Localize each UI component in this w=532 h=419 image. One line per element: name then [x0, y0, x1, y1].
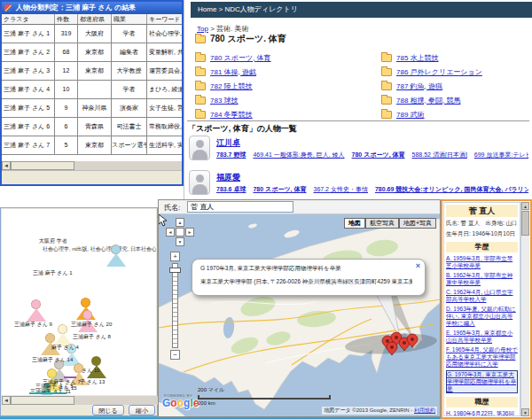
history-item-G[interactable]: G. 1970年3月, 東京工業大学理学部応用物理学科を卒業: [446, 370, 518, 393]
map-type-button[interactable]: 航空写真: [365, 218, 399, 229]
folder-icon: [195, 68, 206, 76]
table-cell: 三浦 麻子 さん 1: [2, 25, 55, 43]
info-line2: 東京工業大学理学部 (日本, 〒226-0026 神奈川県横浜市緑区長津田町42…: [200, 278, 412, 286]
map-type-button[interactable]: 地図+写真: [399, 218, 436, 229]
column-header: 職業: [112, 14, 147, 24]
zoom-in-button[interactable]: +: [170, 252, 180, 261]
category-link[interactable]: 780 スポーツ, 体育: [210, 53, 271, 63]
table-cell: 10: [55, 81, 78, 98]
person-icon-head: [196, 140, 204, 148]
separator: [187, 120, 529, 121]
history-item-C[interactable]: C. 1962年4月, 山口県立宇部高等学校入学: [446, 289, 518, 303]
category-item: 782 陸上競技: [195, 79, 372, 93]
teal-underline: [29, 392, 66, 394]
ndc-tag-link[interactable]: 783.6 卓球: [216, 186, 246, 192]
map-canvas[interactable]: ▲ ◄ ► ▼ + − 地図航空写真地図+写真 G 1970年3月, 東京工業大…: [159, 214, 440, 416]
shrink-button[interactable]: 縮小: [129, 405, 155, 415]
history-item-F[interactable]: F. 1965年4月, 父親の母校でもある東京工業大学理学部応用物理学科に入学: [446, 346, 518, 368]
close-button[interactable]: 閉じる: [92, 405, 124, 415]
category-link[interactable]: 786 戸外レクリエーション: [396, 67, 482, 77]
table-row[interactable]: 三浦 麻子 さん 312東京都大学教授運営委員会, 理事一覧, 和: [2, 62, 182, 81]
pan-center-button[interactable]: [176, 228, 184, 237]
profile-scrollbar[interactable]: ▲ ▼: [520, 202, 529, 416]
zoom-slider-thumb[interactable]: [169, 268, 181, 273]
history-item-D[interactable]: D. 1963年夏, 父親の転勤に伴い, 東京都立小山台高等学校に編入: [446, 306, 518, 327]
table-horizontal-scrollbar[interactable]: ◄: [2, 161, 182, 170]
table-row[interactable]: 三浦 麻子 さん 59神奈川県演奏家女子生徒, 営利活動法人: [2, 99, 182, 118]
window-title: 人物分類判定：三浦 麻子 さん の結果: [2, 2, 182, 14]
table-cell: 神奈川県: [78, 99, 112, 117]
ndc-tag-link[interactable]: 588.52 清酒[日本酒]: [412, 151, 467, 158]
category-link[interactable]: 783 球技: [210, 96, 239, 105]
ndc-tag-link[interactable]: 780.69 競技大会:オリンピック, 国民体育大会, パラリンピック: [375, 186, 528, 192]
folder-icon: [195, 82, 206, 90]
category-link[interactable]: 788 相撲, 拳闘, 競馬: [396, 96, 460, 105]
scrollbar-thumb[interactable]: [521, 211, 529, 236]
table-row[interactable]: 三浦 麻子 さん 410学者まひろ, 綾瀬のぞみ, 表紙下: [2, 81, 182, 99]
name-input[interactable]: [187, 201, 293, 213]
zoom-slider-track[interactable]: [172, 263, 178, 348]
table-cell: 変量解析, 共分散構造分析: [147, 43, 184, 61]
table-cell: 運営委員会, 理事一覧, 和: [147, 62, 184, 80]
category-link[interactable]: 789 武術: [396, 110, 425, 120]
pan-down-button[interactable]: ▼: [176, 237, 184, 246]
category-heading: 780 スポーツ. 体育: [195, 33, 286, 45]
table-cell: 12: [55, 62, 78, 80]
ndc-tag-link[interactable]: 367.2 女性史・事情: [313, 186, 367, 192]
avatar-canvas[interactable]: 大阪府 学者 社会心理学, nt出版, 社会心理学研究, 日本社会心理学会, 川…: [2, 209, 156, 395]
scrollbar-thumb[interactable]: [11, 396, 74, 405]
table-cell: 6: [55, 118, 78, 136]
person-name-link[interactable]: 福原愛: [216, 172, 240, 183]
dialog-horizontal-scrollbar[interactable]: ◄: [2, 396, 158, 405]
avatar-annotation-line2: 社会心理学, nt出版, 社会心理学研究, 日本社会心理学会, 川浦: [43, 245, 156, 253]
person-icon: [189, 136, 210, 160]
table-row[interactable]: 三浦 麻子 さん 268東京都編集者変量解析, 共分散構造分析: [2, 43, 182, 62]
scroll-left-icon[interactable]: ◄: [2, 396, 11, 405]
zoom-out-button[interactable]: −: [170, 350, 180, 360]
category-link[interactable]: 785 水上競技: [396, 53, 439, 63]
history-item-H[interactable]: H. 1980年6月22日, 第36回衆議院議員総選挙で初当選: [446, 410, 518, 416]
table-row[interactable]: 三浦 麻子 さん 66青森県司法書士常務取締役, 株式会社アー: [2, 118, 182, 136]
history-item-E[interactable]: E. 1965年3月, 東京都立小山台高等学校卒業: [446, 330, 518, 344]
folder-icon: [381, 97, 392, 105]
category-item: 789 武術: [381, 107, 532, 121]
folder-icon: [195, 35, 206, 43]
pan-left-button[interactable]: ◄: [166, 228, 175, 237]
breadcrumb-top-link[interactable]: Top: [197, 25, 208, 33]
ndc-tag-link[interactable]: 780 スポーツ, 体育: [253, 186, 306, 192]
category-link[interactable]: 787 釣魚, 遊猟: [396, 81, 442, 91]
table-cell: 学者: [112, 81, 147, 98]
person-name-link[interactable]: 江川卓: [216, 137, 240, 149]
category-item: 787 釣魚, 遊猟: [381, 79, 532, 93]
history-item-A[interactable]: A. 1959年3月, 宇部市立琴芝小学校卒業: [446, 255, 518, 269]
ndc-tag-link[interactable]: 699 放送事業:テレビ, ラジオ: [474, 151, 528, 158]
category-link[interactable]: 782 陸上競技: [210, 81, 253, 91]
table-row[interactable]: 三浦 麻子 さん 1319大阪府学者社会心理学, nt出版, 社会心理学研究: [2, 25, 182, 43]
mouse-cursor-icon: [159, 214, 168, 227]
person-avatar[interactable]: [106, 244, 126, 268]
scroll-down-icon[interactable]: ▼: [521, 408, 529, 416]
info-line1: G 1970年3月, 東京工業大学理学部応用物理学科を卒業: [200, 265, 412, 273]
pan-right-button[interactable]: ►: [185, 228, 194, 237]
profile-birth-row: 生年月日: 1946年10月10日: [446, 230, 518, 238]
scrollbar-thumb[interactable]: [11, 161, 74, 170]
terms-link[interactable]: 利用規約: [414, 407, 435, 413]
person-avatar[interactable]: [27, 299, 46, 322]
ndc-tag-link[interactable]: 780 スポーツ, 体育: [352, 151, 405, 158]
pan-up-button[interactable]: ▲: [176, 218, 184, 227]
ndc-tag-link[interactable]: 469.41 一般体形:身長, 巨人, 矮人: [253, 151, 344, 158]
scroll-up-icon[interactable]: ▲: [521, 202, 529, 210]
table-cell: 大阪府: [78, 25, 112, 43]
ndc-tag-link[interactable]: 783.7 野球: [216, 151, 246, 158]
map-type-button[interactable]: 地図: [344, 218, 365, 229]
category-link[interactable]: 781 体操, 遊戯: [210, 67, 256, 77]
window-status-bar: [2, 170, 182, 184]
map-attribution: 地図データ ©2013 Google, ZENRIN - 利用規約: [322, 407, 437, 415]
close-icon[interactable]: ×: [416, 261, 420, 270]
category-link[interactable]: 784 冬季競技: [210, 110, 253, 120]
profile-panel: 菅 直人 氏名: 菅 直人 出身地: 山口 生年月日: 1946年10月10日 …: [441, 199, 532, 419]
person-icon-body: [192, 184, 207, 195]
scroll-left-icon[interactable]: ◄: [2, 161, 11, 170]
table-row[interactable]: 三浦 麻子 さん 75東京都スポーツ選手生活科学, 実践女子大学: [2, 136, 182, 155]
history-item-B[interactable]: B. 1962年3月, 宇部市立神原中学校卒業: [446, 272, 518, 286]
